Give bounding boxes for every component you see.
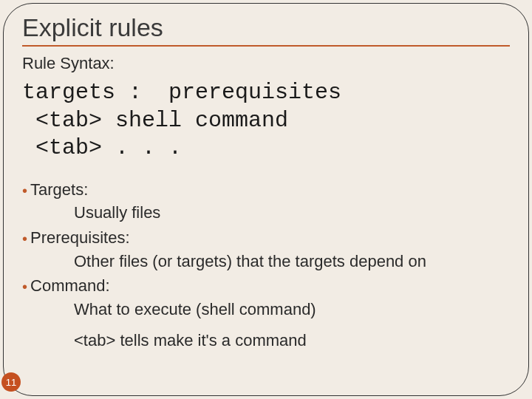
bullet-3-label: Command:: [30, 275, 110, 297]
code-block: targets : prerequisites <tab> shell comm…: [22, 79, 510, 163]
bullet-icon: •: [22, 231, 27, 246]
bullet-3-text: What to execute (shell command): [74, 299, 510, 321]
title-underline: [22, 45, 510, 47]
bullet-icon: •: [22, 279, 27, 294]
bullet-2: • Prerequisites:: [22, 227, 510, 249]
bullet-2-label: Prerequisites:: [30, 227, 130, 249]
bullet-1: • Targets:: [22, 179, 510, 201]
bullet-3: • Command:: [22, 275, 510, 297]
code-line-3: <tab> . . .: [22, 135, 182, 160]
code-line-1: targets : prerequisites: [22, 80, 341, 105]
bullet-icon: •: [22, 183, 27, 198]
code-line-2: <tab> shell command: [22, 108, 288, 133]
bullet-1-text: Usually files: [74, 202, 510, 224]
subtitle: Rule Syntax:: [22, 54, 510, 73]
page-number: 11: [6, 377, 16, 388]
bullet-list: • Targets: Usually files • Prerequisites…: [22, 179, 510, 352]
slide-title: Explicit rules: [22, 13, 510, 42]
page-number-badge: 11: [1, 372, 21, 392]
bullet-1-label: Targets:: [30, 179, 88, 201]
bullet-2-text: Other files (or targets) that the target…: [74, 250, 510, 273]
note-text: <tab> tells make it's a command: [74, 330, 510, 352]
slide: Explicit rules Rule Syntax: targets : pr…: [0, 0, 532, 399]
